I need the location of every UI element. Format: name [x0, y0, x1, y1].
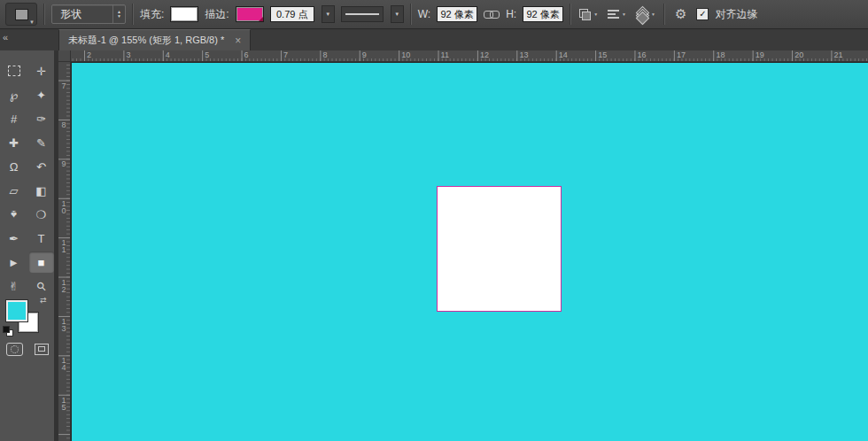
brush-tool[interactable]: ✎: [29, 132, 54, 153]
gradient-tool-icon: ◧: [35, 184, 46, 197]
gear-icon[interactable]: ⚙: [671, 6, 690, 22]
crop-tool-icon: #: [11, 112, 17, 126]
path-selection-tool-icon: ►: [8, 256, 19, 269]
eraser-tool-icon: ▱: [10, 184, 19, 197]
stroke-style-dropdown-button[interactable]: ▼: [391, 5, 404, 23]
stroke-swatch[interactable]: [236, 6, 264, 22]
dodge-tool[interactable]: ❍: [29, 204, 54, 225]
zoom-tool-icon: ⚲: [34, 278, 49, 293]
path-alignment-button[interactable]: ▼: [606, 4, 628, 24]
path-operations-button[interactable]: ▼: [577, 4, 600, 24]
width-input[interactable]: 92 像素: [437, 6, 477, 22]
foreground-swatch[interactable]: [6, 300, 27, 321]
canvas[interactable]: [72, 63, 868, 441]
stroke-width-dropdown-button[interactable]: ▼: [322, 5, 335, 23]
tool-mode-select[interactable]: 形状 ▲ ▼: [51, 4, 126, 24]
h-ruler-number: 4: [166, 50, 170, 59]
lasso-tool-icon: ℘: [10, 89, 18, 102]
history-brush-tool[interactable]: ↶: [29, 156, 54, 177]
crop-tool[interactable]: #: [2, 108, 27, 129]
tool-preset-picker[interactable]: ▼: [5, 3, 37, 26]
v-ruler-number: 1 3: [58, 318, 69, 332]
stroke-style-preview[interactable]: [341, 6, 384, 22]
width-label: W:: [418, 8, 430, 20]
magic-wand-tool[interactable]: ✦: [29, 84, 54, 105]
horizontal-ruler[interactable]: 23456789101112131415161718192021: [71, 50, 868, 62]
v-ruler-number: 1 5: [58, 397, 69, 411]
height-input[interactable]: 92 像素: [523, 6, 563, 22]
history-brush-tool-icon: ↶: [36, 160, 46, 174]
eraser-tool[interactable]: ▱: [2, 180, 27, 201]
h-ruler-number: 21: [834, 50, 843, 59]
path-selection-tool[interactable]: ►: [2, 251, 27, 273]
spinner-arrows-icon[interactable]: ▲ ▼: [112, 5, 125, 23]
h-ruler-number: 16: [638, 50, 647, 59]
height-label: H:: [506, 8, 516, 20]
healing-brush-tool-icon: ✚: [9, 136, 19, 150]
h-ruler-number: 6: [244, 50, 249, 59]
v-ruler-number: 1 0: [58, 200, 69, 214]
document-tab[interactable]: 未标题-1 @ 155% (矩形 1, RGB/8) * ×: [58, 29, 251, 50]
clone-stamp-tool-icon: Ω: [10, 160, 19, 174]
move-tool[interactable]: ✛: [29, 60, 54, 81]
hand-tool[interactable]: ✌: [2, 275, 27, 297]
lasso-tool[interactable]: ℘: [2, 84, 27, 105]
h-ruler-number: 10: [401, 50, 410, 59]
zoom-tool[interactable]: ⚲: [29, 275, 54, 297]
pen-tool[interactable]: ✒: [2, 228, 27, 249]
path-operations-icon: [579, 9, 591, 20]
separator: [663, 4, 665, 25]
h-ruler-number: 17: [677, 50, 686, 59]
stroke-label: 描边:: [205, 7, 229, 22]
dodge-tool-icon: ❍: [36, 208, 47, 221]
h-ruler-number: 3: [126, 50, 130, 59]
spinner-down-icon: ▼: [117, 14, 121, 19]
h-ruler-number: 9: [362, 50, 367, 59]
gradient-tool[interactable]: ◧: [29, 180, 54, 201]
rectangular-marquee-tool-icon: [8, 66, 20, 76]
default-colors-icon[interactable]: [3, 326, 13, 337]
color-swatches: ⇄: [6, 298, 50, 336]
eyedropper-tool[interactable]: ✑: [29, 108, 54, 129]
separator: [132, 4, 134, 25]
shape-rect[interactable]: [437, 186, 562, 312]
rectangle-tool[interactable]: ■: [29, 251, 54, 273]
link-dimensions-icon[interactable]: [484, 10, 500, 19]
separator: [43, 4, 45, 25]
v-ruler-number: 1 1: [58, 239, 69, 253]
healing-brush-tool[interactable]: ✚: [2, 132, 27, 153]
align-edges-label: 对齐边缘: [715, 7, 757, 22]
h-ruler-number: 13: [519, 50, 528, 59]
rectangular-marquee-tool[interactable]: [2, 60, 27, 81]
stroke-width-input[interactable]: 0.79 点: [270, 6, 314, 22]
chevron-down-icon: ▼: [651, 12, 655, 17]
vertical-ruler[interactable]: 7891 01 11 21 31 41 5: [58, 62, 71, 441]
blur-tool[interactable]: ♠: [2, 204, 27, 225]
path-arrangement-button[interactable]: ▼: [634, 4, 657, 24]
chevron-down-icon: ▼: [29, 19, 35, 25]
h-ruler-number: 7: [283, 50, 288, 59]
quick-mask-icon[interactable]: [6, 343, 23, 356]
h-ruler-number: 19: [756, 50, 764, 59]
collapse-panel-icon[interactable]: «: [3, 32, 8, 43]
h-ruler-number: 2: [87, 50, 91, 59]
close-icon[interactable]: ×: [235, 35, 241, 47]
align-edges-checkbox[interactable]: ✓: [696, 8, 709, 20]
v-ruler-number: 1 4: [58, 357, 69, 371]
swap-colors-icon[interactable]: ⇄: [40, 296, 47, 305]
screen-mode-icon[interactable]: [35, 344, 49, 355]
fill-swatch[interactable]: [170, 6, 198, 22]
ruler-corner: [58, 50, 71, 62]
tool-mode-value: 形状: [52, 7, 112, 22]
type-tool[interactable]: T: [29, 228, 54, 249]
pen-tool-icon: ✒: [9, 232, 19, 245]
clone-stamp-tool[interactable]: Ω: [2, 156, 27, 177]
h-ruler-number: 14: [559, 50, 568, 59]
tools-panel: ✛℘✦#✑✚✎Ω↶▱◧♠❍✒T►■✌⚲ ⇄: [0, 50, 55, 441]
path-alignment-icon: [608, 10, 619, 19]
separator: [570, 4, 571, 25]
h-ruler-number: 11: [441, 50, 449, 59]
h-ruler-number: 8: [322, 50, 327, 59]
h-ruler-number: 12: [480, 50, 489, 59]
options-bar: ▼ 形状 ▲ ▼ 填充: 描边: 0.79 点 ▼ ▼ W: 92 像素 H: …: [0, 0, 868, 29]
